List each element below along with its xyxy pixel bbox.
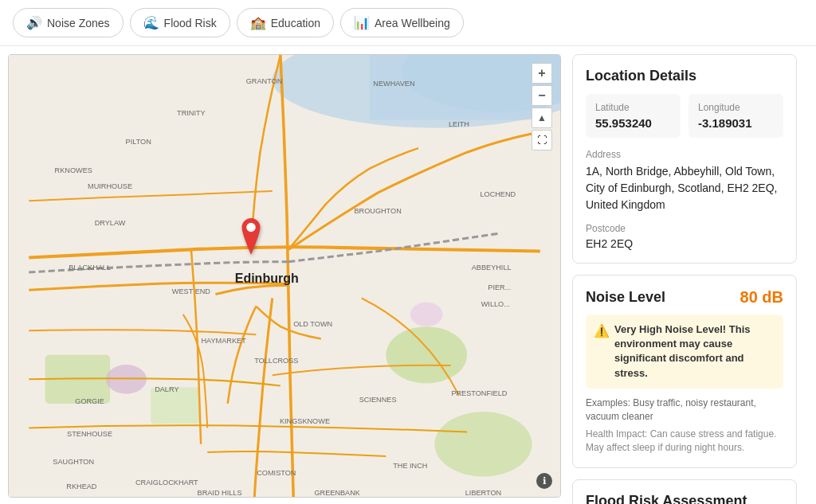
svg-text:WILLO...: WILLO... [481, 300, 510, 308]
noise-header: Noise Level 80 dB [586, 288, 783, 307]
svg-text:BROUGHTON: BROUGHTON [354, 207, 401, 215]
svg-text:NEWHAVEN: NEWHAVEN [373, 80, 414, 88]
warning-icon: ⚠️ [594, 323, 610, 338]
svg-text:CRAIGLOCKHART: CRAIGLOCKHART [135, 479, 198, 486]
tab-education-label: Education [271, 17, 320, 29]
location-details-title: Location Details [586, 68, 783, 84]
tab-education[interactable]: 🏫 Education [237, 8, 334, 37]
zoom-out-button[interactable]: − [532, 85, 552, 106]
zoom-in-button[interactable]: + [532, 63, 552, 84]
svg-text:GREENBANK: GREENBANK [314, 489, 360, 497]
postcode-section: Postcode EH2 2EQ [586, 223, 783, 250]
map-container[interactable]: GRANTON NEWHAVEN TRINITY LEITH PILTON RK… [8, 54, 561, 498]
tab-flood-risk[interactable]: 🌊 Flood Risk [130, 8, 230, 37]
svg-text:COMISTON: COMISTON [257, 469, 296, 477]
svg-text:TRINITY: TRINITY [177, 109, 206, 117]
info-symbol: ℹ [543, 475, 547, 486]
tab-area-wellbeing[interactable]: 📊 Area Wellbeing [340, 8, 464, 37]
longitude-box: Longitude -3.189031 [688, 94, 783, 138]
svg-text:PILTON: PILTON [126, 138, 151, 146]
flood-risk-card: Flood Risk Assessment [572, 479, 797, 504]
svg-text:TOLLCROSS: TOLLCROSS [254, 357, 298, 365]
latitude-box: Latitude 55.953240 [586, 94, 681, 138]
svg-rect-3 [370, 55, 540, 119]
svg-point-6 [434, 412, 532, 476]
noise-value: 80 dB [740, 288, 783, 307]
flood-risk-icon: 🌊 [143, 15, 159, 30]
svg-text:BLACKHALL: BLACKHALL [69, 264, 111, 272]
svg-point-4 [386, 326, 467, 383]
address-value: 1A, North Bridge, Abbeyhill, Old Town, C… [586, 163, 783, 213]
svg-text:LOCHEND: LOCHEND [480, 190, 516, 198]
map-controls: + − ▲ ⛶ [532, 63, 552, 150]
map-info-icon[interactable]: ℹ [536, 473, 552, 489]
noise-warning: ⚠️ Very High Noise Level! This environme… [586, 315, 783, 389]
svg-text:RKNOWES: RKNOWES [55, 166, 92, 174]
main-content: GRANTON NEWHAVEN TRINITY LEITH PILTON RK… [0, 46, 816, 504]
svg-text:ABBEYHILL: ABBEYHILL [472, 264, 512, 272]
location-details-card: Location Details Latitude 55.953240 Long… [572, 54, 797, 264]
compass-button[interactable]: ▲ [532, 107, 552, 128]
longitude-label: Longitude [698, 102, 774, 113]
svg-text:KINGSKNOWE: KINGSKNOWE [280, 417, 330, 425]
flood-risk-title: Flood Risk Assessment [586, 493, 783, 504]
noise-examples: Examples: Busy traffic, noisy restaurant… [586, 397, 783, 424]
svg-text:SAUGHTON: SAUGHTON [53, 458, 94, 466]
map-pin [237, 218, 265, 258]
latitude-label: Latitude [595, 102, 671, 113]
svg-text:STENHOUSE: STENHOUSE [67, 430, 112, 438]
postcode-label: Postcode [586, 223, 783, 234]
expand-button[interactable]: ⛶ [532, 130, 552, 150]
svg-text:RKHEAD: RKHEAD [66, 483, 97, 490]
right-panel: Location Details Latitude 55.953240 Long… [561, 46, 808, 504]
svg-text:DRYLAW: DRYLAW [95, 219, 126, 227]
svg-text:WEST END: WEST END [172, 287, 211, 295]
svg-text:GORGIE: GORGIE [75, 397, 104, 405]
coordinates-row: Latitude 55.953240 Longitude -3.189031 [586, 94, 783, 138]
svg-point-42 [247, 223, 257, 232]
svg-text:PIER...: PIER... [488, 283, 511, 291]
address-label: Address [586, 149, 783, 160]
longitude-value: -3.189031 [698, 116, 774, 130]
top-nav: 🔊 Noise Zones 🌊 Flood Risk 🏫 Education 📊… [0, 0, 816, 46]
svg-text:OLD TOWN: OLD TOWN [293, 320, 332, 328]
svg-text:MUIRHOUSE: MUIRHOUSE [88, 182, 132, 190]
latitude-value: 55.953240 [595, 116, 671, 130]
svg-point-9 [410, 303, 443, 327]
noise-level-card: Noise Level 80 dB ⚠️ Very High Noise Lev… [572, 275, 797, 468]
noise-title: Noise Level [586, 289, 665, 306]
noise-health: Health Impact: Can cause stress and fati… [586, 428, 783, 455]
svg-text:LIBERTON: LIBERTON [465, 489, 501, 497]
address-section: Address 1A, North Bridge, Abbeyhill, Old… [586, 149, 783, 213]
svg-text:SCIENNES: SCIENNES [359, 396, 397, 404]
svg-text:PRESTONFIELD: PRESTONFIELD [451, 389, 507, 397]
svg-text:HAYMARKET: HAYMARKET [201, 337, 246, 345]
map-background: GRANTON NEWHAVEN TRINITY LEITH PILTON RK… [9, 55, 560, 497]
noise-zones-icon: 🔊 [26, 15, 42, 30]
right-panel-wrapper: Location Details Latitude 55.953240 Long… [561, 46, 816, 504]
education-icon: 🏫 [250, 15, 266, 30]
svg-text:DALRY: DALRY [155, 385, 178, 393]
tab-noise-zones[interactable]: 🔊 Noise Zones [13, 8, 124, 37]
svg-text:LEITH: LEITH [449, 120, 469, 128]
area-wellbeing-icon: 📊 [354, 15, 370, 30]
svg-text:GRANTON: GRANTON [246, 77, 283, 85]
tab-area-wellbeing-label: Area Wellbeing [375, 17, 450, 29]
tab-flood-risk-label: Flood Risk [164, 17, 217, 29]
warning-text: Very High Noise Level! This environment … [614, 322, 775, 381]
tab-noise-zones-label: Noise Zones [47, 17, 110, 29]
map-svg: GRANTON NEWHAVEN TRINITY LEITH PILTON RK… [9, 55, 560, 497]
postcode-value: EH2 2EQ [586, 237, 783, 250]
svg-text:BRAID HILLS: BRAID HILLS [198, 489, 242, 497]
svg-text:THE INCH: THE INCH [393, 462, 427, 470]
